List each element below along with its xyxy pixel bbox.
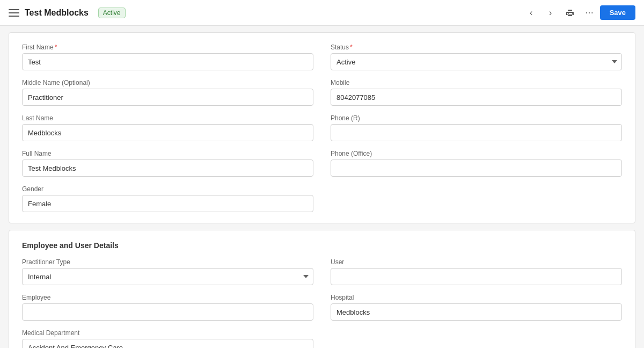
practitioner-type-group: Practitioner Type Internal External [22,258,313,285]
phone-office-group: Phone (Office) [331,150,622,177]
full-name-input[interactable] [22,160,313,177]
medical-dept-group: Medical Department [22,329,313,348]
first-name-group: First Name* [22,44,313,70]
hospital-group: Hospital [331,294,622,321]
mobile-input[interactable] [331,89,622,106]
prev-button[interactable]: ‹ [523,4,540,21]
gender-input[interactable] [22,195,313,212]
user-group: User [331,258,622,285]
employee-label: Employee [22,294,313,301]
status-select[interactable]: Active Inactive [331,53,622,70]
print-button[interactable] [561,4,579,21]
main-content: First Name* Status* Active Inactive Midd… [0,32,644,348]
first-name-input[interactable] [22,53,313,70]
mobile-label: Mobile [331,79,622,86]
header-actions: ‹ › ⋯ Save [523,4,635,21]
medical-dept-input[interactable] [22,339,313,348]
status-group: Status* Active Inactive [331,44,622,70]
first-name-label: First Name* [22,44,313,51]
phone-office-input[interactable] [331,160,622,177]
header: Test Medblocks Active ‹ › ⋯ Save [0,0,644,26]
practitioner-type-select[interactable]: Internal External [22,268,313,285]
last-name-group: Last Name [22,114,313,141]
gender-label: Gender [22,185,313,193]
mobile-group: Mobile [331,79,622,106]
save-button[interactable]: Save [600,5,635,20]
medical-dept-spacer [331,329,622,348]
employee-section: Employee and User Details Practitioner T… [9,230,635,348]
more-button[interactable]: ⋯ [581,4,598,21]
phone-r-input[interactable] [331,124,622,141]
middle-name-label: Middle Name (Optional) [22,79,313,86]
status-label: Status* [331,44,622,51]
middle-name-group: Middle Name (Optional) [22,79,313,106]
hospital-label: Hospital [331,294,622,301]
phone-r-group: Phone (R) [331,114,622,141]
next-button[interactable]: › [542,4,559,21]
hospital-input[interactable] [331,303,622,321]
gender-group: Gender [22,185,313,212]
last-name-label: Last Name [22,114,313,122]
app-title: Test Medblocks [25,8,89,18]
employee-details-grid: Practitioner Type Internal External User… [22,258,622,348]
phone-office-label: Phone (Office) [331,150,622,157]
employee-input[interactable] [22,303,313,321]
user-label: User [331,258,622,266]
menu-icon[interactable] [9,8,19,18]
phone-r-label: Phone (R) [331,114,622,122]
practitioner-type-label: Practitioner Type [22,258,313,266]
employee-group: Employee [22,294,313,321]
full-name-group: Full Name [22,150,313,177]
full-name-label: Full Name [22,150,313,157]
personal-details-grid: First Name* Status* Active Inactive Midd… [22,44,622,212]
personal-details-section: First Name* Status* Active Inactive Midd… [9,32,635,223]
employee-section-title: Employee and User Details [22,241,622,250]
medical-dept-label: Medical Department [22,329,313,337]
last-name-input[interactable] [22,124,313,141]
middle-name-input[interactable] [22,89,313,106]
user-input[interactable] [331,268,622,285]
gender-row-spacer [331,185,622,212]
status-badge: Active [98,8,126,18]
